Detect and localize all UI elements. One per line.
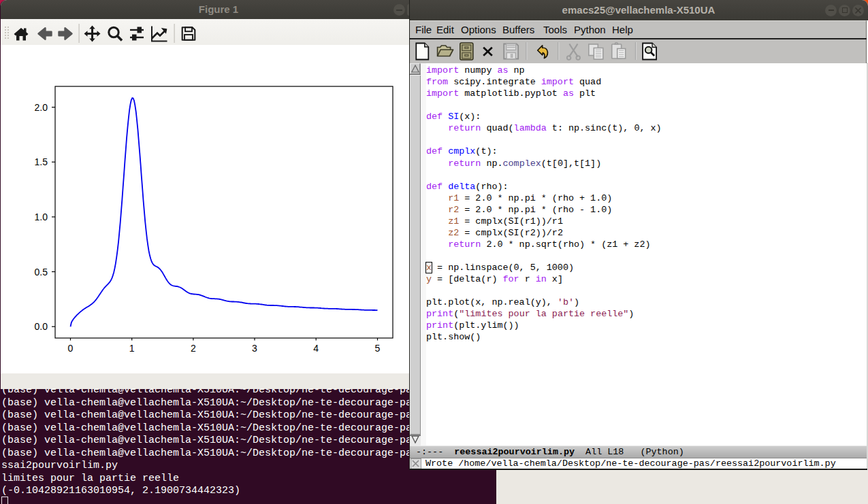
svg-text:0.5: 0.5	[35, 267, 48, 278]
svg-text:1: 1	[129, 343, 135, 354]
svg-text:0.0: 0.0	[35, 321, 48, 332]
svg-text:1.0: 1.0	[35, 212, 48, 222]
svg-text:1.5: 1.5	[35, 156, 48, 167]
svg-text:2: 2	[191, 343, 196, 354]
svg-text:4: 4	[313, 343, 319, 354]
svg-text:5: 5	[375, 343, 381, 354]
svg-text:0: 0	[68, 343, 74, 354]
svg-text:2.0: 2.0	[35, 102, 48, 113]
svg-text:3: 3	[252, 343, 257, 354]
